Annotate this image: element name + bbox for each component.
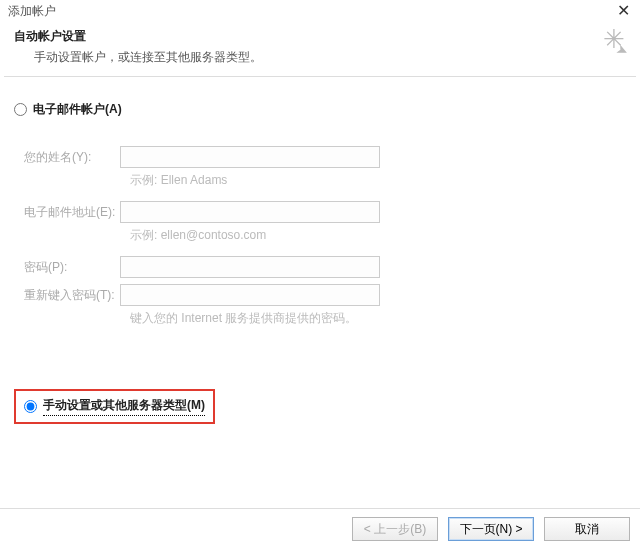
header-subtitle: 手动设置帐户，或连接至其他服务器类型。: [34, 49, 626, 66]
header-title: 自动帐户设置: [14, 28, 626, 45]
option-manual-setup[interactable]: 手动设置或其他服务器类型(M): [14, 389, 215, 424]
title-bar: 添加帐户 ✕: [0, 0, 640, 22]
radio-email-account[interactable]: [14, 103, 27, 116]
email-form: 您的姓名(Y): 示例: Ellen Adams 电子邮件地址(E): 示例: …: [24, 146, 626, 327]
radio-manual-setup-label: 手动设置或其他服务器类型(M): [43, 397, 205, 416]
cursor-indicator-icon: ✳➤: [603, 28, 622, 50]
name-hint: 示例: Ellen Adams: [130, 172, 626, 189]
cancel-button[interactable]: 取消: [544, 517, 630, 541]
option-email-account[interactable]: 电子邮件帐户(A): [14, 101, 626, 118]
close-icon[interactable]: ✕: [613, 3, 634, 19]
name-label: 您的姓名(Y):: [24, 149, 120, 166]
footer-bar: < 上一步(B) 下一页(N) > 取消: [0, 508, 640, 549]
email-hint: 示例: ellen@contoso.com: [130, 227, 626, 244]
next-button[interactable]: 下一页(N) >: [448, 517, 534, 541]
password-input[interactable]: [120, 256, 380, 278]
retype-password-input[interactable]: [120, 284, 380, 306]
content-area: 电子邮件帐户(A) 您的姓名(Y): 示例: Ellen Adams 电子邮件地…: [0, 77, 640, 424]
password-label: 密码(P):: [24, 259, 120, 276]
window-title: 添加帐户: [8, 3, 56, 20]
radio-email-account-label: 电子邮件帐户(A): [33, 101, 122, 118]
password-hint: 键入您的 Internet 服务提供商提供的密码。: [130, 310, 626, 327]
radio-manual-setup[interactable]: [24, 400, 37, 413]
retype-password-label: 重新键入密码(T):: [24, 287, 120, 304]
email-label: 电子邮件地址(E):: [24, 204, 120, 221]
email-input[interactable]: [120, 201, 380, 223]
name-input[interactable]: [120, 146, 380, 168]
back-button[interactable]: < 上一步(B): [352, 517, 438, 541]
header-section: 自动帐户设置 手动设置帐户，或连接至其他服务器类型。 ✳➤: [0, 22, 640, 76]
